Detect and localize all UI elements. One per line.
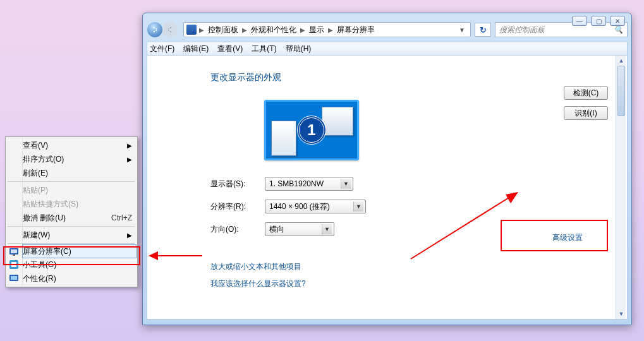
monitor-number: 1 [297, 116, 326, 145]
ctx-label: 撤消 删除(U) [23, 213, 66, 224]
bc-item[interactable]: 控制面板 [207, 25, 240, 35]
bc-item[interactable]: 屏幕分辨率 [336, 25, 376, 35]
ctx-label: 粘贴快捷方式(S) [23, 199, 78, 210]
resolution-label: 分辨率(R): [210, 201, 255, 212]
chevron-down-icon: ▼ [341, 179, 351, 189]
svg-rect-8 [11, 276, 17, 280]
orientation-select[interactable]: 横向 ▼ [265, 222, 334, 236]
ctx-view[interactable]: 查看(V) ▶ [23, 138, 136, 152]
minimize-button[interactable]: — [572, 16, 587, 26]
display-select[interactable]: 1. SMB1920NW ▼ [265, 177, 353, 191]
resolution-select[interactable]: 1440 × 900 (推荐) ▼ [265, 200, 366, 213]
menu-bar: 文件(F) 编辑(E) 查看(V) 工具(T) 帮助(H) [147, 42, 628, 56]
which-settings-link[interactable]: 我应该选择什么显示器设置? [210, 278, 616, 289]
monitor-preview[interactable]: 1 [210, 92, 413, 168]
help-links: 放大或缩小文本和其他项目 我应该选择什么显示器设置? [210, 261, 616, 289]
personalize-icon [9, 273, 19, 284]
bc-sep: ▶ [241, 27, 248, 33]
nav-row: ▶ 控制面板 ▶ 外观和个性化 ▶ 显示 ▶ 屏幕分辨率 ▼ ↻ 搜索控制面板 … [147, 20, 628, 39]
maximize-button[interactable]: ▢ [591, 16, 606, 26]
menu-help[interactable]: 帮助(H) [286, 44, 312, 54]
chevron-right-icon: ▶ [127, 156, 132, 163]
chevron-right-icon: ▶ [127, 142, 132, 149]
ctx-label: 新建(W) [23, 230, 50, 241]
ctx-label: 刷新(E) [23, 168, 48, 179]
bc-sep: ▶ [299, 27, 307, 33]
window-controls: — ▢ ✕ [572, 16, 625, 26]
page-title: 更改显示器的外观 [210, 72, 616, 83]
ctx-label: 粘贴(P) [23, 185, 48, 196]
detect-button[interactable]: 检测(C) [564, 86, 608, 100]
svg-point-0 [147, 22, 162, 37]
display-value: 1. SMB1920NW [269, 179, 324, 188]
scroll-up-icon[interactable]: ▲ [616, 56, 626, 66]
chevron-down-icon: ▼ [353, 201, 363, 212]
svg-point-1 [162, 22, 178, 37]
content-area: 更改显示器的外观 1 检测(C) 识别(I) 显示器(S): 1. SMB192… [147, 56, 628, 320]
ctx-refresh[interactable]: 刷新(E) [23, 166, 136, 180]
ctx-paste: 粘贴(P) [23, 183, 136, 197]
ctx-sort[interactable]: 排序方式(O) ▶ [23, 152, 136, 166]
text-size-link[interactable]: 放大或缩小文本和其他项目 [210, 261, 616, 272]
ctx-personalize[interactable]: 个性化(R) [23, 272, 136, 285]
ctx-new[interactable]: 新建(W) ▶ [23, 228, 136, 242]
refresh-button[interactable]: ↻ [475, 23, 491, 37]
bc-sep: ▶ [198, 27, 205, 33]
breadcrumb-dropdown[interactable]: ▼ [456, 27, 468, 33]
control-panel-window: — ▢ ✕ ▶ 控制面板 ▶ 外观和个性化 [142, 13, 632, 325]
advanced-settings-link[interactable]: 高级设置 [552, 232, 583, 243]
ctx-shortcut: Ctrl+Z [111, 213, 132, 222]
close-button[interactable]: ✕ [610, 16, 625, 26]
identify-button[interactable]: 识别(I) [564, 106, 608, 120]
monitor-thumbnail[interactable]: 1 [264, 100, 359, 160]
ctx-label: 排序方式(O) [23, 154, 64, 165]
menu-edit[interactable]: 编辑(E) [183, 44, 209, 54]
control-panel-icon [186, 25, 197, 35]
bc-item[interactable]: 外观和个性化 [250, 25, 298, 35]
bc-item[interactable]: 显示 [308, 25, 325, 35]
highlight-box-context [3, 246, 140, 265]
scroll-down-icon[interactable]: ▼ [616, 309, 626, 319]
search-icon: 🔍 [614, 25, 623, 34]
chevron-down-icon: ▼ [322, 224, 332, 234]
ctx-label: 查看(V) [23, 140, 48, 151]
resolution-value: 1440 × 900 (推荐) [269, 201, 330, 212]
nav-back-forward[interactable] [147, 21, 179, 39]
scroll-thumb[interactable] [617, 66, 625, 116]
menu-tools[interactable]: 工具(T) [252, 44, 276, 54]
orientation-value: 横向 [269, 224, 284, 235]
display-label: 显示器(S): [210, 179, 255, 189]
orientation-label: 方向(O): [210, 224, 255, 235]
search-placeholder: 搜索控制面板 [499, 25, 545, 35]
menu-file[interactable]: 文件(F) [150, 44, 174, 54]
bc-sep: ▶ [327, 27, 334, 33]
vertical-scrollbar[interactable]: ▲ ▼ [616, 56, 626, 319]
chevron-right-icon: ▶ [127, 232, 132, 239]
menu-view[interactable]: 查看(V) [217, 44, 243, 54]
ctx-paste-shortcut: 粘贴快捷方式(S) [23, 197, 136, 211]
breadcrumb[interactable]: ▶ 控制面板 ▶ 外观和个性化 ▶ 显示 ▶ 屏幕分辨率 ▼ [183, 22, 471, 37]
ctx-label: 个性化(R) [23, 273, 56, 284]
ctx-undo-delete[interactable]: 撤消 删除(U) Ctrl+Z [23, 211, 136, 225]
